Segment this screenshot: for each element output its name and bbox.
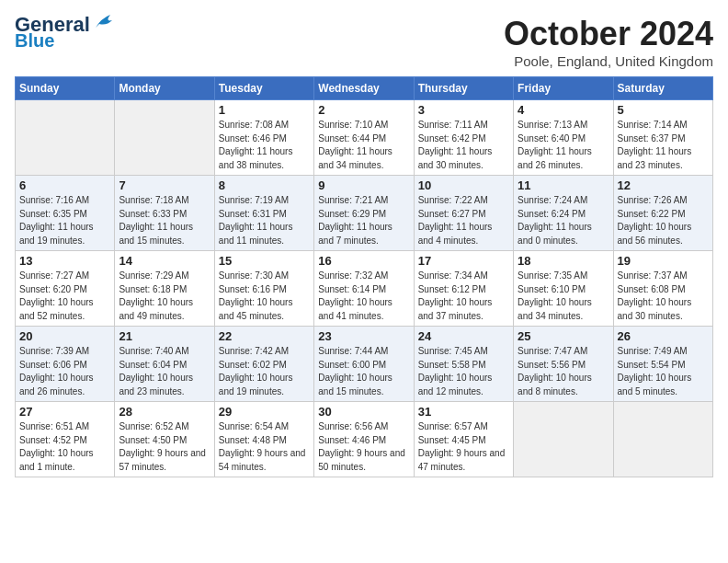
- calendar-cell: 23Sunrise: 7:44 AMSunset: 6:00 PMDayligh…: [314, 327, 414, 402]
- day-number: 21: [119, 329, 210, 343]
- daylight-text: Daylight: 10 hours and 5 minutes.: [618, 373, 692, 396]
- sunrise-text: Sunrise: 7:19 AM: [219, 195, 289, 205]
- daylight-text: Daylight: 10 hours and 37 minutes.: [418, 297, 493, 321]
- sunrise-text: Sunrise: 7:47 AM: [518, 346, 587, 356]
- day-header-friday: Friday: [514, 77, 613, 100]
- calendar-cell: 18Sunrise: 7:35 AMSunset: 6:10 PMDayligh…: [514, 251, 613, 327]
- sunrise-text: Sunrise: 7:44 AM: [318, 346, 388, 356]
- sunset-text: Sunset: 6:06 PM: [19, 360, 87, 370]
- sunset-text: Sunset: 4:50 PM: [119, 435, 187, 445]
- day-number: 18: [518, 254, 609, 268]
- day-number: 4: [518, 103, 609, 117]
- sunset-text: Sunset: 6:00 PM: [318, 360, 386, 370]
- sunrise-text: Sunrise: 7:27 AM: [19, 270, 89, 281]
- sunrise-text: Sunrise: 7:29 AM: [119, 270, 188, 281]
- calendar-cell: 19Sunrise: 7:37 AMSunset: 6:08 PMDayligh…: [613, 251, 712, 327]
- day-info: Sunrise: 7:30 AMSunset: 6:16 PMDaylight:…: [219, 270, 310, 323]
- sunset-text: Sunset: 4:45 PM: [418, 435, 486, 445]
- sunrise-text: Sunrise: 7:34 AM: [418, 270, 488, 281]
- sunrise-text: Sunrise: 7:35 AM: [518, 270, 587, 281]
- calendar-cell: 21Sunrise: 7:40 AMSunset: 6:04 PMDayligh…: [115, 327, 214, 402]
- week-row-5: 27Sunrise: 6:51 AMSunset: 4:52 PMDayligh…: [16, 402, 713, 477]
- daylight-text: Daylight: 9 hours and 50 minutes.: [318, 448, 405, 472]
- calendar-cell: 15Sunrise: 7:30 AMSunset: 6:16 PMDayligh…: [214, 251, 313, 327]
- daylight-text: Daylight: 11 hours and 4 minutes.: [418, 222, 493, 246]
- calendar-cell: 20Sunrise: 7:39 AMSunset: 6:06 PMDayligh…: [16, 327, 115, 402]
- calendar-cell: 26Sunrise: 7:49 AMSunset: 5:54 PMDayligh…: [613, 327, 712, 402]
- day-info: Sunrise: 7:19 AMSunset: 6:31 PMDaylight:…: [219, 194, 310, 247]
- daylight-text: Daylight: 10 hours and 15 minutes.: [318, 373, 392, 396]
- calendar-cell: 8Sunrise: 7:19 AMSunset: 6:31 PMDaylight…: [214, 176, 313, 251]
- day-info: Sunrise: 7:22 AMSunset: 6:27 PMDaylight:…: [418, 194, 509, 247]
- day-number: 30: [318, 405, 409, 419]
- logo: General Blue: [15, 15, 118, 50]
- sunrise-text: Sunrise: 7:11 AM: [418, 120, 488, 130]
- day-number: 15: [219, 254, 310, 268]
- day-number: 7: [119, 178, 210, 192]
- day-header-tuesday: Tuesday: [214, 77, 313, 100]
- sunrise-text: Sunrise: 7:45 AM: [418, 346, 488, 356]
- sunset-text: Sunset: 6:27 PM: [418, 209, 486, 219]
- sunrise-text: Sunrise: 7:39 AM: [19, 346, 89, 356]
- week-row-2: 6Sunrise: 7:16 AMSunset: 6:35 PMDaylight…: [16, 176, 713, 251]
- sunset-text: Sunset: 6:14 PM: [318, 284, 386, 294]
- sunrise-text: Sunrise: 7:18 AM: [119, 195, 188, 205]
- day-info: Sunrise: 7:44 AMSunset: 6:00 PMDaylight:…: [318, 345, 409, 398]
- calendar-cell: 7Sunrise: 7:18 AMSunset: 6:33 PMDaylight…: [115, 176, 214, 251]
- daylight-text: Daylight: 11 hours and 23 minutes.: [618, 146, 692, 170]
- sunrise-text: Sunrise: 7:08 AM: [219, 120, 289, 130]
- day-number: 11: [518, 178, 609, 192]
- sunset-text: Sunset: 4:48 PM: [219, 435, 287, 445]
- daylight-text: Daylight: 11 hours and 38 minutes.: [219, 146, 293, 170]
- day-info: Sunrise: 7:13 AMSunset: 6:40 PMDaylight:…: [518, 119, 609, 172]
- calendar-cell: 3Sunrise: 7:11 AMSunset: 6:42 PMDaylight…: [414, 100, 513, 176]
- daylight-text: Daylight: 10 hours and 19 minutes.: [219, 373, 293, 396]
- day-info: Sunrise: 6:57 AMSunset: 4:45 PMDaylight:…: [418, 420, 509, 474]
- day-number: 31: [418, 405, 509, 419]
- day-header-wednesday: Wednesday: [314, 77, 414, 100]
- daylight-text: Daylight: 9 hours and 57 minutes.: [119, 448, 206, 472]
- day-number: 6: [19, 178, 110, 192]
- calendar-cell: 16Sunrise: 7:32 AMSunset: 6:14 PMDayligh…: [314, 251, 414, 327]
- calendar-cell: 6Sunrise: 7:16 AMSunset: 6:35 PMDaylight…: [16, 176, 115, 251]
- logo-bird-icon: [92, 11, 118, 31]
- day-number: 8: [219, 178, 310, 192]
- day-info: Sunrise: 7:49 AMSunset: 5:54 PMDaylight:…: [618, 345, 709, 398]
- week-row-1: 1Sunrise: 7:08 AMSunset: 6:46 PMDaylight…: [16, 100, 713, 176]
- day-number: 1: [219, 103, 310, 117]
- day-info: Sunrise: 6:51 AMSunset: 4:52 PMDaylight:…: [19, 420, 110, 474]
- daylight-text: Daylight: 10 hours and 12 minutes.: [418, 373, 493, 396]
- calendar-cell: 2Sunrise: 7:10 AMSunset: 6:44 PMDaylight…: [314, 100, 414, 176]
- sunrise-text: Sunrise: 7:10 AM: [318, 120, 388, 130]
- day-info: Sunrise: 7:18 AMSunset: 6:33 PMDaylight:…: [119, 194, 210, 247]
- calendar-cell: 4Sunrise: 7:13 AMSunset: 6:40 PMDaylight…: [514, 100, 613, 176]
- day-info: Sunrise: 7:14 AMSunset: 6:37 PMDaylight:…: [618, 119, 709, 172]
- daylight-text: Daylight: 10 hours and 1 minute.: [19, 448, 94, 472]
- daylight-text: Daylight: 10 hours and 8 minutes.: [518, 373, 592, 396]
- day-number: 12: [618, 178, 709, 192]
- day-number: 27: [19, 405, 110, 419]
- sunset-text: Sunset: 6:40 PM: [518, 133, 586, 144]
- daylight-text: Daylight: 11 hours and 26 minutes.: [518, 146, 592, 170]
- sunset-text: Sunset: 6:37 PM: [618, 133, 686, 144]
- sunset-text: Sunset: 4:52 PM: [19, 435, 87, 445]
- day-number: 24: [418, 329, 509, 343]
- day-number: 23: [318, 329, 409, 343]
- day-number: 20: [19, 329, 110, 343]
- daylight-text: Daylight: 9 hours and 54 minutes.: [219, 448, 306, 472]
- daylight-text: Daylight: 11 hours and 0 minutes.: [518, 222, 592, 246]
- sunset-text: Sunset: 6:31 PM: [219, 209, 287, 219]
- sunset-text: Sunset: 6:20 PM: [19, 284, 87, 294]
- calendar-cell: 30Sunrise: 6:56 AMSunset: 4:46 PMDayligh…: [314, 402, 414, 477]
- sunrise-text: Sunrise: 7:30 AM: [219, 270, 289, 281]
- sunset-text: Sunset: 6:46 PM: [219, 133, 287, 144]
- calendar-cell: 12Sunrise: 7:26 AMSunset: 6:22 PMDayligh…: [613, 176, 712, 251]
- day-info: Sunrise: 7:24 AMSunset: 6:24 PMDaylight:…: [518, 194, 609, 247]
- day-info: Sunrise: 7:26 AMSunset: 6:22 PMDaylight:…: [618, 194, 709, 247]
- sunrise-text: Sunrise: 6:52 AM: [119, 421, 188, 431]
- daylight-text: Daylight: 10 hours and 45 minutes.: [219, 297, 293, 321]
- sunset-text: Sunset: 6:02 PM: [219, 360, 287, 370]
- day-number: 16: [318, 254, 409, 268]
- calendar-cell: 31Sunrise: 6:57 AMSunset: 4:45 PMDayligh…: [414, 402, 513, 477]
- day-info: Sunrise: 7:35 AMSunset: 6:10 PMDaylight:…: [518, 270, 609, 323]
